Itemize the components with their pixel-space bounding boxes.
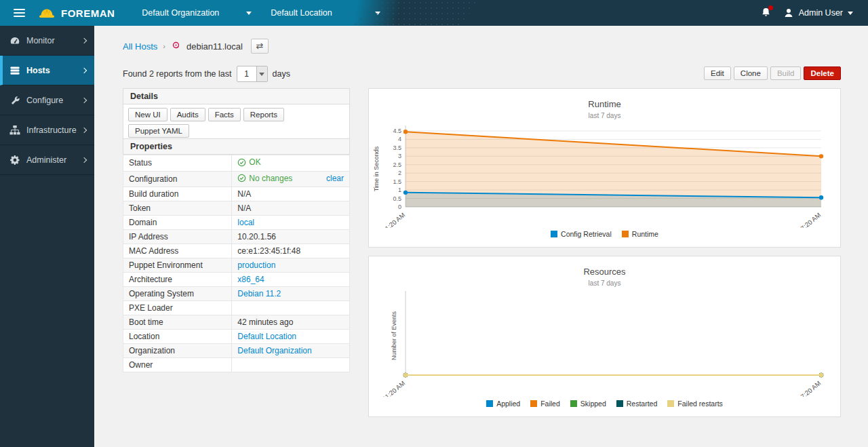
runtime-chart-subtitle: last 7 days	[369, 112, 840, 119]
facts-button[interactable]: Facts	[208, 108, 241, 121]
property-label: Token	[123, 201, 232, 216]
edit-button[interactable]: Edit	[704, 66, 731, 80]
property-value: Default Organization	[232, 344, 350, 358]
sidebar-item-infrastructure[interactable]: Infrastructure	[0, 115, 94, 145]
days-select-value: 1	[237, 66, 256, 81]
property-label: Organization	[123, 344, 232, 358]
runtime-chart-legend: Config RetrievalRuntime	[369, 230, 840, 238]
days-select-caret	[256, 66, 267, 81]
chevron-right-icon	[81, 97, 87, 102]
notifications-button[interactable]	[761, 7, 771, 20]
svg-text:Number of Events: Number of Events	[391, 311, 397, 360]
table-row: Boot time42 minutes ago	[123, 315, 350, 330]
legend-swatch	[616, 400, 623, 407]
host-switcher-button[interactable]: ⇄	[251, 39, 269, 54]
new-ui-button[interactable]: New UI	[128, 108, 167, 121]
audits-button[interactable]: Audits	[170, 108, 205, 121]
legend-item-applied[interactable]: Applied	[486, 400, 520, 408]
reports-button[interactable]: Reports	[243, 108, 284, 121]
svg-text:0: 0	[398, 203, 401, 210]
breadcrumb-host-name: debian11.local	[186, 41, 243, 52]
legend-swatch	[622, 231, 629, 237]
property-value: N/A	[232, 187, 350, 201]
sidebar-item-configure[interactable]: Configure	[0, 85, 94, 115]
puppet-environment-link[interactable]: production	[237, 260, 275, 270]
chevron-down-icon	[246, 12, 252, 15]
sidebar-item-label: Administer	[26, 155, 66, 165]
legend-swatch	[551, 231, 557, 237]
days-select[interactable]: 1	[237, 66, 268, 82]
svg-text:11/25, 11:20 AM: 11/25, 11:20 AM	[369, 211, 406, 228]
svg-text:3: 3	[398, 153, 401, 159]
clear-configuration-link[interactable]: clear	[326, 174, 344, 183]
user-name: Admin User	[799, 8, 843, 18]
organization-link[interactable]: Default Organization	[237, 346, 311, 355]
domain-link[interactable]: local	[237, 218, 254, 227]
gear-icon	[9, 155, 20, 166]
sidebar-item-label: Infrastructure	[26, 125, 77, 135]
property-value: production	[232, 258, 350, 273]
user-menu[interactable]: Admin User	[783, 7, 853, 18]
table-row: Puppet Environmentproduction	[123, 258, 350, 273]
property-label: Status	[123, 155, 232, 172]
properties-table: StatusOKConfigurationNo changesclearBuil…	[123, 155, 350, 372]
legend-item-failed[interactable]: Failed	[530, 400, 560, 408]
property-label: Operating System	[123, 287, 232, 301]
property-value: No changesclear	[232, 171, 350, 187]
property-value: ce:e1:23:45:1f:48	[232, 244, 350, 258]
legend-item-runtime[interactable]: Runtime	[622, 230, 658, 238]
table-row: LocationDefault Location	[123, 330, 350, 344]
sidebar-item-monitor[interactable]: Monitor	[0, 26, 94, 56]
legend-item-restarted[interactable]: Restarted	[616, 400, 658, 408]
chevron-right-icon	[81, 157, 87, 162]
property-label: Owner	[123, 358, 232, 372]
properties-panel: Properties StatusOKConfigurationNo chang…	[123, 138, 350, 372]
breadcrumb: All Hosts › debian11.local ⇄	[123, 39, 269, 54]
legend-item-config-retrieval[interactable]: Config Retrieval	[551, 230, 612, 238]
table-row: Owner	[123, 358, 350, 372]
location-menu[interactable]: Default Location	[261, 0, 390, 26]
chevron-right-icon	[81, 37, 87, 43]
foreman-brand[interactable]: FOREMAN	[38, 5, 115, 22]
property-label: Domain	[123, 216, 232, 230]
resources-chart-legend: AppliedFailedSkippedRestartedFailed rest…	[369, 400, 840, 408]
svg-text:12/16, 7:20 AM: 12/16, 7:20 AM	[784, 379, 822, 397]
clone-button[interactable]: Clone	[734, 66, 768, 80]
organization-menu[interactable]: Default Organization	[132, 0, 261, 26]
legend-item-failed-restarts[interactable]: Failed restarts	[667, 400, 723, 408]
table-row: Architecturex86_64	[123, 273, 350, 287]
property-value: Default Location	[232, 330, 350, 344]
operating-system-link[interactable]: Debian 11.2	[237, 289, 281, 298]
server-icon	[9, 65, 20, 76]
hamburger-menu-icon[interactable]	[0, 9, 38, 17]
architecture-link[interactable]: x86_64	[237, 275, 264, 284]
table-row: PXE Loader	[123, 301, 350, 315]
svg-text:2.5: 2.5	[393, 161, 401, 168]
location-link[interactable]: Default Location	[237, 332, 296, 341]
tachometer-icon	[9, 35, 20, 46]
property-value	[232, 358, 350, 372]
table-row: StatusOK	[123, 155, 350, 172]
breadcrumb-all-hosts-link[interactable]: All Hosts	[123, 41, 157, 52]
chevron-right-icon	[81, 127, 87, 132]
property-value: 10.20.1.56	[232, 230, 350, 244]
svg-text:4.5: 4.5	[393, 128, 401, 134]
puppet-yaml-button[interactable]: Puppet YAML	[128, 124, 189, 138]
legend-swatch	[667, 400, 674, 407]
svg-text:4: 4	[398, 136, 401, 142]
property-value: OK	[232, 155, 350, 172]
sidebar-item-hosts[interactable]: Hosts	[0, 56, 94, 85]
resources-chart-plot: Number of Events11/25, 11:20 AM12/16, 7:…	[369, 288, 840, 397]
delete-button[interactable]: Delete	[804, 66, 841, 80]
svg-text:2: 2	[398, 170, 401, 176]
breadcrumb-separator: ›	[163, 42, 165, 50]
property-label: MAC Address	[123, 244, 232, 258]
resources-chart-subtitle: last 7 days	[369, 279, 840, 287]
property-label: Configuration	[123, 171, 232, 187]
sidebar-item-administer[interactable]: Administer	[0, 145, 94, 175]
resources-chart-title: Resources	[369, 267, 840, 277]
build-button: Build	[770, 66, 802, 80]
table-row: TokenN/A	[123, 201, 350, 216]
legend-item-skipped[interactable]: Skipped	[570, 400, 606, 408]
sidebar-item-label: Configure	[26, 96, 63, 105]
